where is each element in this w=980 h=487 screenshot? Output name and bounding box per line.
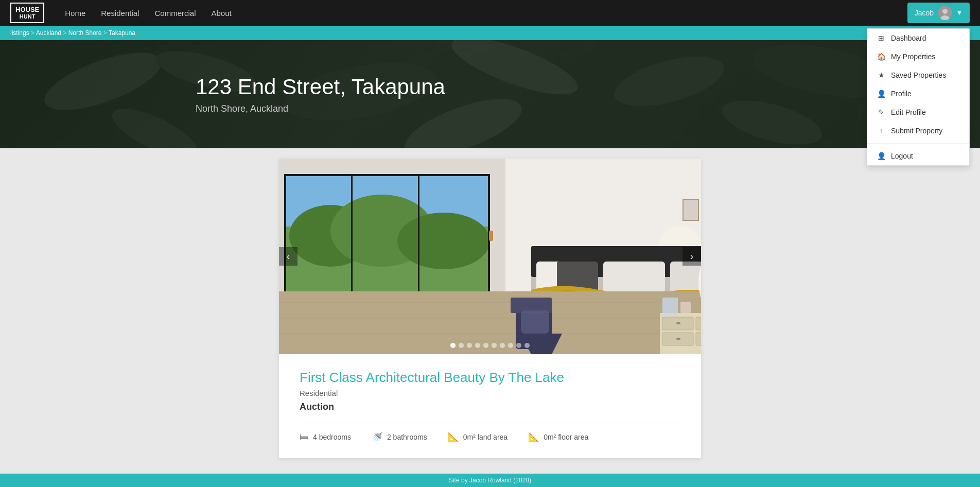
- slider-dot-7[interactable]: [508, 343, 513, 348]
- bed-icon: 🛏: [300, 432, 309, 443]
- slider-dot-8[interactable]: [516, 343, 521, 348]
- image-slider: ‹ ›: [279, 159, 701, 354]
- property-title: First Class Architectural Beauty By The …: [300, 370, 680, 386]
- avatar: [938, 6, 952, 20]
- breadcrumb-sep1: >: [31, 29, 36, 37]
- svg-rect-32: [683, 200, 698, 220]
- slider-dot-0[interactable]: [450, 343, 456, 348]
- stat-bedrooms: 🛏 4 bedrooms: [300, 431, 351, 443]
- hero-bg-texture: [0, 40, 980, 148]
- slider-next-button[interactable]: ›: [682, 247, 701, 266]
- svg-rect-56: [676, 322, 680, 324]
- slider-image: [279, 159, 701, 354]
- breadcrumb-bar: listings > Auckland > North Shore > Taka…: [0, 26, 980, 40]
- svg-rect-50: [521, 310, 549, 334]
- nav-links: Home Residential Commercial About: [65, 9, 907, 18]
- slider-dot-2[interactable]: [467, 343, 472, 348]
- footer-text: Site by Jacob Rowland (2020): [449, 477, 531, 484]
- logout-icon: 👤: [877, 152, 886, 160]
- slider-prev-button[interactable]: ‹: [279, 247, 297, 266]
- dropdown-edit-profile-label: Edit Profile: [891, 108, 926, 116]
- dropdown-saved-properties-label: Saved Properties: [891, 71, 946, 79]
- star-icon: ★: [877, 71, 886, 79]
- nav-commercial[interactable]: Commercial: [154, 9, 196, 18]
- property-type: Residential: [300, 389, 680, 397]
- slider-dot-1[interactable]: [459, 343, 464, 348]
- logo-line1: HOUSE: [15, 6, 39, 14]
- hero-subtitle: North Shore, Auckland: [196, 103, 445, 114]
- breadcrumb-auckland[interactable]: Auckland: [36, 29, 61, 37]
- hero-content: 123 End Street, Takapuna North Shore, Au…: [196, 75, 445, 114]
- person-icon: 👤: [877, 90, 886, 98]
- floor-area-icon: 📐: [528, 431, 539, 443]
- dropdown-my-properties[interactable]: 🏠 My Properties: [867, 47, 969, 66]
- svg-point-1: [942, 9, 948, 14]
- svg-rect-24: [284, 174, 488, 176]
- dropdown-profile-label: Profile: [891, 90, 912, 98]
- user-name: Jacob: [915, 9, 934, 17]
- dropdown-edit-profile[interactable]: ✎ Edit Profile: [867, 103, 969, 121]
- hero-section: 123 End Street, Takapuna North Shore, Au…: [0, 40, 980, 148]
- svg-rect-61: [680, 302, 691, 313]
- dropdown-logout-label: Logout: [891, 152, 913, 160]
- stat-land-area-label: 0m² land area: [463, 433, 507, 441]
- dashboard-icon: ⊞: [877, 34, 886, 42]
- dropdown-saved-properties[interactable]: ★ Saved Properties: [867, 66, 969, 84]
- dropdown-dashboard[interactable]: ⊞ Dashboard: [867, 29, 969, 47]
- navbar: HOUSE HUNT Home Residential Commercial A…: [0, 0, 980, 26]
- logo-box: HOUSE HUNT: [10, 3, 44, 24]
- stat-land-area: 📐 0m² land area: [448, 431, 507, 443]
- breadcrumb-north-shore[interactable]: North Shore: [68, 29, 102, 37]
- logo[interactable]: HOUSE HUNT: [10, 3, 44, 24]
- page-title: 123 End Street, Takapuna: [196, 75, 445, 99]
- logo-line2: HUNT: [15, 13, 39, 20]
- stat-floor-area: 📐 0m² floor area: [528, 431, 588, 443]
- slider-dots: [450, 343, 530, 348]
- dropdown-my-properties-label: My Properties: [891, 53, 935, 61]
- property-stats: 🛏 4 bedrooms 🚿 2 bathrooms 📐 0m² land ar…: [300, 423, 680, 443]
- property-card: ‹ › First Class Architectural Beauty By …: [279, 159, 701, 458]
- breadcrumb-listings[interactable]: listings: [10, 29, 29, 37]
- nav-home[interactable]: Home: [65, 9, 85, 18]
- slider-dot-4[interactable]: [483, 343, 488, 348]
- home-icon: 🏠: [877, 53, 886, 61]
- slider-dot-6[interactable]: [500, 343, 505, 348]
- svg-rect-27: [418, 174, 419, 292]
- upload-icon: ↑: [877, 127, 886, 135]
- land-area-icon: 📐: [448, 431, 459, 443]
- svg-rect-38: [603, 262, 665, 292]
- svg-rect-39: [670, 262, 701, 292]
- svg-rect-54: [696, 317, 701, 330]
- property-method: Auction: [300, 402, 680, 412]
- dropdown-profile[interactable]: 👤 Profile: [867, 84, 969, 103]
- dropdown-submit-property-label: Submit Property: [891, 127, 942, 135]
- user-menu-container: Jacob ▼ ⊞ Dashboard 🏠 My Properties ★: [907, 3, 970, 23]
- site-footer: Site by Jacob Rowland (2020): [0, 474, 980, 487]
- svg-rect-22: [284, 174, 286, 292]
- stat-bathrooms: 🚿 2 bathrooms: [372, 431, 427, 443]
- breadcrumb-sep3: >: [103, 29, 109, 37]
- nav-about[interactable]: About: [211, 9, 231, 18]
- svg-rect-28: [489, 231, 493, 241]
- svg-rect-55: [696, 333, 701, 345]
- breadcrumb-sep2: >: [63, 29, 68, 37]
- stat-bedrooms-label: 4 bedrooms: [313, 433, 351, 441]
- slider-dot-5[interactable]: [492, 343, 497, 348]
- breadcrumb-takapuna[interactable]: Takapuna: [109, 29, 135, 37]
- dropdown-logout[interactable]: 👤 Logout: [867, 147, 969, 165]
- dropdown-divider: [867, 143, 969, 144]
- main-area: ‹ › First Class Architectural Beauty By …: [0, 148, 980, 487]
- nav-residential[interactable]: Residential: [101, 9, 139, 18]
- svg-rect-60: [662, 298, 678, 316]
- dropdown-submit-property[interactable]: ↑ Submit Property: [867, 121, 969, 140]
- chevron-down-icon: ▼: [956, 9, 962, 16]
- svg-rect-57: [676, 338, 680, 340]
- stat-bathrooms-label: 2 bathrooms: [387, 433, 427, 441]
- user-button[interactable]: Jacob ▼: [907, 3, 970, 23]
- breadcrumb: listings > Auckland > North Shore > Taka…: [10, 29, 135, 37]
- svg-point-21: [397, 213, 490, 269]
- bath-icon: 🚿: [372, 431, 383, 443]
- slider-dot-3[interactable]: [475, 343, 480, 348]
- stat-floor-area-label: 0m² floor area: [544, 433, 588, 441]
- slider-dot-9[interactable]: [524, 343, 530, 348]
